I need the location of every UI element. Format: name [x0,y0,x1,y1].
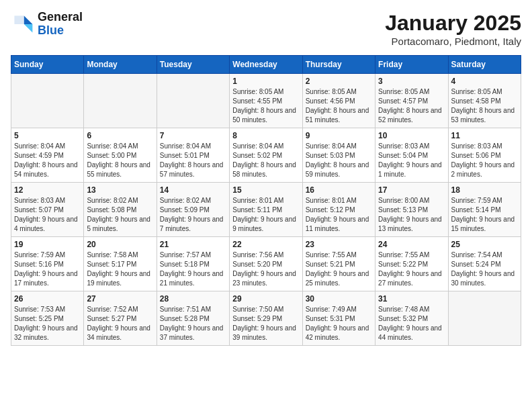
calendar-week-row: 12Sunrise: 8:03 AM Sunset: 5:07 PM Dayli… [11,183,521,237]
svg-marker-1 [24,24,33,33]
day-number: 4 [451,77,518,86]
day-number: 20 [87,240,153,249]
day-info: Sunrise: 8:05 AM Sunset: 4:58 PM Dayligh… [451,87,518,125]
weekday-header-sunday: Sunday [11,56,84,74]
weekday-header-monday: Monday [84,56,157,74]
day-info: Sunrise: 8:05 AM Sunset: 4:55 PM Dayligh… [232,87,299,125]
weekday-header-row: SundayMondayTuesdayWednesdayThursdayFrid… [11,56,521,74]
calendar-cell: 8Sunrise: 8:04 AM Sunset: 5:02 PM Daylig… [230,128,302,183]
title-block: January 2025 Portacomaro, Piedmont, Ital… [385,11,521,47]
day-info: Sunrise: 8:01 AM Sunset: 5:11 PM Dayligh… [232,196,299,234]
day-number: 5 [14,131,81,140]
day-number: 9 [306,131,372,140]
day-number: 16 [306,185,372,195]
day-info: Sunrise: 8:01 AM Sunset: 5:12 PM Dayligh… [306,196,372,234]
day-info: Sunrise: 7:50 AM Sunset: 5:29 PM Dayligh… [232,305,299,342]
day-info: Sunrise: 8:04 AM Sunset: 5:01 PM Dayligh… [160,142,226,179]
day-info: Sunrise: 8:04 AM Sunset: 5:00 PM Dayligh… [87,142,153,179]
day-number: 1 [232,77,299,86]
calendar-cell: 13Sunrise: 8:02 AM Sunset: 5:08 PM Dayli… [84,183,157,237]
calendar-cell [448,291,521,346]
calendar-cell: 31Sunrise: 7:48 AM Sunset: 5:32 PM Dayli… [375,291,448,346]
weekday-header-saturday: Saturday [448,56,521,74]
day-number: 14 [160,185,226,195]
day-info: Sunrise: 8:02 AM Sunset: 5:09 PM Dayligh… [160,196,226,234]
calendar-cell: 3Sunrise: 8:05 AM Sunset: 4:57 PM Daylig… [375,74,448,128]
logo-icon [11,12,35,36]
calendar-cell: 20Sunrise: 7:58 AM Sunset: 5:17 PM Dayli… [84,237,157,291]
month-title: January 2025 [385,11,521,36]
calendar-cell: 19Sunrise: 7:59 AM Sunset: 5:16 PM Dayli… [11,237,84,291]
calendar-cell: 30Sunrise: 7:49 AM Sunset: 5:31 PM Dayli… [302,291,375,346]
day-number: 24 [378,240,445,249]
calendar-cell: 15Sunrise: 8:01 AM Sunset: 5:11 PM Dayli… [230,183,302,237]
weekday-header-tuesday: Tuesday [157,56,229,74]
calendar-cell: 28Sunrise: 7:51 AM Sunset: 5:28 PM Dayli… [157,291,229,346]
calendar-cell: 27Sunrise: 7:52 AM Sunset: 5:27 PM Dayli… [84,291,157,346]
day-info: Sunrise: 7:48 AM Sunset: 5:32 PM Dayligh… [378,305,445,342]
day-info: Sunrise: 8:03 AM Sunset: 5:07 PM Dayligh… [14,196,81,234]
calendar-cell: 26Sunrise: 7:53 AM Sunset: 5:25 PM Dayli… [11,291,84,346]
day-info: Sunrise: 8:05 AM Sunset: 4:57 PM Dayligh… [378,87,445,125]
day-info: Sunrise: 8:03 AM Sunset: 5:06 PM Dayligh… [451,142,518,179]
calendar-cell: 29Sunrise: 7:50 AM Sunset: 5:29 PM Dayli… [230,291,302,346]
calendar-cell: 12Sunrise: 8:03 AM Sunset: 5:07 PM Dayli… [11,183,84,237]
day-info: Sunrise: 7:55 AM Sunset: 5:22 PM Dayligh… [378,250,445,288]
calendar-cell: 18Sunrise: 7:59 AM Sunset: 5:14 PM Dayli… [448,183,521,237]
calendar-week-row: 1Sunrise: 8:05 AM Sunset: 4:55 PM Daylig… [11,74,521,128]
calendar-table: SundayMondayTuesdayWednesdayThursdayFrid… [11,55,521,346]
day-number: 26 [14,294,81,304]
svg-marker-2 [14,15,24,24]
day-info: Sunrise: 8:04 AM Sunset: 4:59 PM Dayligh… [14,142,81,179]
day-number: 29 [232,294,299,304]
day-number: 8 [232,131,299,140]
calendar-cell: 4Sunrise: 8:05 AM Sunset: 4:58 PM Daylig… [448,74,521,128]
day-number: 17 [378,185,445,195]
logo-text: General Blue [38,11,83,38]
day-number: 21 [160,240,226,249]
calendar-cell: 7Sunrise: 8:04 AM Sunset: 5:01 PM Daylig… [157,128,229,183]
calendar-week-row: 19Sunrise: 7:59 AM Sunset: 5:16 PM Dayli… [11,237,521,291]
day-info: Sunrise: 8:04 AM Sunset: 5:03 PM Dayligh… [306,142,372,179]
weekday-header-friday: Friday [375,56,448,74]
svg-marker-0 [24,15,33,24]
day-info: Sunrise: 7:58 AM Sunset: 5:17 PM Dayligh… [87,250,153,288]
day-info: Sunrise: 8:05 AM Sunset: 4:56 PM Dayligh… [306,87,372,125]
location-subtitle: Portacomaro, Piedmont, Italy [385,36,521,47]
day-number: 19 [14,240,81,249]
weekday-header-wednesday: Wednesday [230,56,302,74]
calendar-cell [11,74,84,128]
day-number: 2 [306,77,372,86]
day-number: 31 [378,294,445,304]
logo: General Blue [11,11,83,38]
day-info: Sunrise: 7:57 AM Sunset: 5:18 PM Dayligh… [160,250,226,288]
day-number: 7 [160,131,226,140]
calendar-cell: 5Sunrise: 8:04 AM Sunset: 4:59 PM Daylig… [11,128,84,183]
day-info: Sunrise: 7:49 AM Sunset: 5:31 PM Dayligh… [306,305,372,342]
calendar-cell: 10Sunrise: 8:03 AM Sunset: 5:04 PM Dayli… [375,128,448,183]
day-number: 22 [232,240,299,249]
calendar-cell: 24Sunrise: 7:55 AM Sunset: 5:22 PM Dayli… [375,237,448,291]
calendar-cell: 1Sunrise: 8:05 AM Sunset: 4:55 PM Daylig… [230,74,302,128]
day-number: 25 [451,240,518,249]
day-info: Sunrise: 7:56 AM Sunset: 5:20 PM Dayligh… [232,250,299,288]
day-number: 27 [87,294,153,304]
calendar-cell: 11Sunrise: 8:03 AM Sunset: 5:06 PM Dayli… [448,128,521,183]
calendar-cell: 2Sunrise: 8:05 AM Sunset: 4:56 PM Daylig… [302,74,375,128]
day-info: Sunrise: 7:55 AM Sunset: 5:21 PM Dayligh… [306,250,372,288]
day-number: 23 [306,240,372,249]
day-info: Sunrise: 8:00 AM Sunset: 5:13 PM Dayligh… [378,196,445,234]
calendar-cell: 9Sunrise: 8:04 AM Sunset: 5:03 PM Daylig… [302,128,375,183]
calendar-cell: 25Sunrise: 7:54 AM Sunset: 5:24 PM Dayli… [448,237,521,291]
calendar-cell: 16Sunrise: 8:01 AM Sunset: 5:12 PM Dayli… [302,183,375,237]
day-number: 18 [451,185,518,195]
calendar-cell [157,74,229,128]
day-info: Sunrise: 8:04 AM Sunset: 5:02 PM Dayligh… [232,142,299,179]
day-number: 6 [87,131,153,140]
calendar-cell [84,74,157,128]
day-number: 28 [160,294,226,304]
calendar-cell: 22Sunrise: 7:56 AM Sunset: 5:20 PM Dayli… [230,237,302,291]
calendar-cell: 14Sunrise: 8:02 AM Sunset: 5:09 PM Dayli… [157,183,229,237]
day-number: 10 [378,131,445,140]
day-number: 30 [306,294,372,304]
